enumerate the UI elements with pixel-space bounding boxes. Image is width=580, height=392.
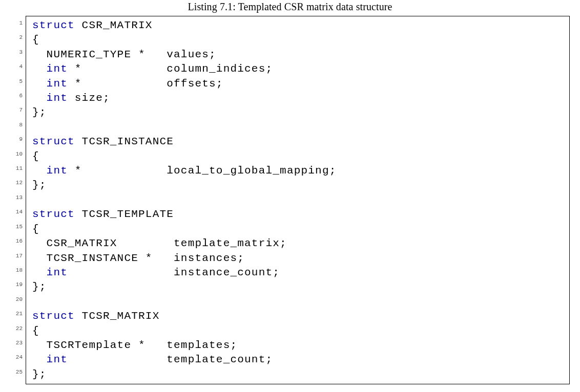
code-line: struct CSR_MATRIX: [32, 18, 563, 33]
code-line: int size;: [32, 91, 563, 105]
line-number: 19: [10, 277, 23, 292]
code-text: [32, 63, 47, 75]
line-number: 15: [10, 220, 23, 234]
code-text: {: [32, 325, 39, 337]
line-number-gutter: 1234567891011121314151617181920212223242…: [10, 16, 26, 384]
code-text: size;: [68, 92, 110, 104]
code-line: struct TCSR_INSTANCE: [32, 135, 563, 149]
code-text: TCSR_INSTANCE: [75, 136, 174, 147]
line-number: 8: [10, 118, 23, 132]
code-line: [32, 193, 563, 207]
code-text: TSCRTemplate * templates;: [32, 339, 237, 351]
line-number: 25: [10, 365, 23, 379]
code-text: NUMERIC_TYPE * values;: [32, 49, 216, 60]
keyword: struct: [32, 19, 75, 31]
code-text: };: [32, 106, 47, 118]
code-text: [32, 92, 47, 104]
code-text: };: [32, 281, 47, 293]
code-text: CSR_MATRIX: [75, 19, 153, 31]
code-text: TCSR_MATRIX: [75, 310, 160, 322]
listing-caption: Listing 7.1: Templated CSR matrix data s…: [10, 1, 570, 13]
keyword: int: [47, 78, 68, 90]
line-number: 11: [10, 161, 23, 176]
keyword: int: [47, 267, 68, 278]
code-line: {: [32, 222, 563, 236]
code-box: struct CSR_MATRIX{ NUMERIC_TYPE * values…: [26, 16, 570, 384]
code-line: };: [32, 178, 563, 192]
code-text: {: [32, 150, 39, 162]
line-number: 10: [10, 147, 23, 161]
code-line: struct TCSR_TEMPLATE: [32, 207, 563, 222]
code-text: * local_to_global_mapping;: [68, 165, 336, 177]
keyword: struct: [32, 136, 75, 147]
code-line: [32, 295, 563, 309]
code-line: int * local_to_global_mapping;: [32, 164, 563, 178]
line-number: 2: [10, 30, 23, 45]
code-line: int instance_count;: [32, 266, 563, 280]
code-text: [32, 267, 47, 278]
code-text: [32, 165, 47, 177]
code-text: {: [32, 223, 39, 235]
code-text: template_count;: [68, 354, 273, 365]
code-line: int template_count;: [32, 353, 563, 367]
line-number: 7: [10, 103, 23, 117]
code-line: [32, 120, 563, 135]
code-line: {: [32, 324, 563, 338]
line-number: 16: [10, 234, 23, 248]
keyword: struct: [32, 208, 75, 220]
code-text: * column_indices;: [68, 63, 273, 75]
line-number: 5: [10, 74, 23, 89]
keyword: int: [47, 92, 68, 104]
code-text: TCSR_INSTANCE * instances;: [32, 252, 244, 264]
code-text: CSR_MATRIX template_matrix;: [32, 237, 287, 249]
line-number: 13: [10, 190, 23, 205]
line-number: 18: [10, 263, 23, 277]
code-line: };: [32, 367, 563, 382]
code-text: instance_count;: [68, 267, 280, 278]
code-text: [32, 354, 47, 365]
code-line: TCSR_INSTANCE * instances;: [32, 251, 563, 266]
keyword: int: [47, 165, 68, 177]
code-line: };: [32, 105, 563, 120]
code-text: [32, 78, 47, 90]
code-line: CSR_MATRIX template_matrix;: [32, 236, 563, 251]
code-line: int * offsets;: [32, 77, 563, 91]
code-line: struct TCSR_MATRIX: [32, 309, 563, 323]
code-text: };: [32, 179, 47, 191]
code-line: NUMERIC_TYPE * values;: [32, 48, 563, 62]
line-number: 17: [10, 249, 23, 263]
listing: 1234567891011121314151617181920212223242…: [10, 16, 570, 384]
line-number: 14: [10, 205, 23, 219]
code-text: };: [32, 368, 47, 380]
line-number: 23: [10, 336, 23, 350]
line-number: 12: [10, 176, 23, 190]
line-number: 3: [10, 45, 23, 59]
code-line: int * column_indices;: [32, 62, 563, 76]
line-number: 24: [10, 350, 23, 364]
line-number: 21: [10, 307, 23, 321]
code-line: };: [32, 280, 563, 294]
line-number: 9: [10, 132, 23, 146]
line-number: 4: [10, 59, 23, 74]
keyword: int: [47, 354, 68, 365]
code-line: {: [32, 149, 563, 164]
code-text: TCSR_TEMPLATE: [75, 208, 174, 220]
keyword: struct: [32, 310, 75, 322]
line-number: 1: [10, 16, 23, 30]
line-number: 20: [10, 292, 23, 307]
keyword: int: [47, 63, 68, 75]
page: Listing 7.1: Templated CSR matrix data s…: [0, 1, 580, 392]
line-number: 6: [10, 89, 23, 103]
code-line: {: [32, 33, 563, 47]
code-text: {: [32, 34, 39, 46]
line-number: 22: [10, 321, 23, 336]
code-line: TSCRTemplate * templates;: [32, 338, 563, 353]
code-text: * offsets;: [68, 78, 223, 90]
